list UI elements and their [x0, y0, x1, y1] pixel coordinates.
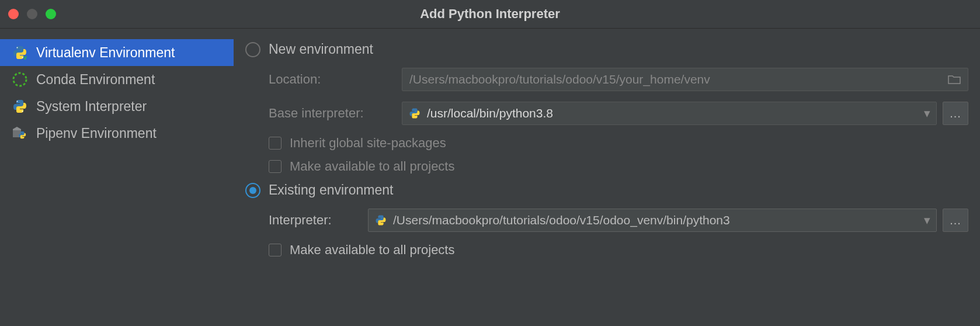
svg-point-4 — [17, 101, 18, 102]
radio-icon — [245, 42, 260, 57]
checkbox-label: Inherit global site-packages — [290, 136, 446, 151]
sidebar-item-conda[interactable]: Conda Environment — [0, 66, 234, 93]
base-interpreter-combo[interactable]: /usr/local/bin/python3.8 ▾ — [402, 102, 937, 125]
sidebar-item-virtualenv[interactable]: V Virtualenv Environment — [0, 39, 234, 66]
svg-point-0 — [17, 47, 18, 48]
close-window-button[interactable] — [8, 9, 19, 19]
interpreter-value: /Users/macbookpro/tutorials/odoo/v15/odo… — [393, 213, 924, 227]
existing-env-form: Interpreter: /Users/macbookpro/tutorials… — [245, 209, 968, 258]
chevron-down-icon: ▾ — [924, 106, 930, 120]
radio-label: Existing environment — [269, 182, 394, 198]
interpreter-combo[interactable]: /Users/macbookpro/tutorials/odoo/v15/odo… — [368, 209, 937, 232]
browse-interpreter-button[interactable]: ... — [943, 209, 968, 232]
base-interpreter-value: /usr/local/bin/python3.8 — [427, 106, 924, 120]
sidebar-item-label: Virtualenv Environment — [36, 45, 175, 61]
radio-label: New environment — [269, 41, 373, 57]
radio-icon — [245, 183, 260, 198]
window-controls — [8, 9, 56, 19]
new-env-form: Location: /Users/macbookpro/tutorials/od… — [245, 68, 968, 174]
make-available-new-checkbox-row[interactable]: Make available to all projects — [269, 159, 968, 174]
radio-existing-environment[interactable]: Existing environment — [245, 182, 968, 198]
svg-point-5 — [22, 111, 23, 112]
maximize-window-button[interactable] — [46, 9, 56, 19]
make-available-existing-checkbox-row[interactable]: Make available to all projects — [269, 242, 968, 258]
checkbox-icon — [269, 137, 282, 150]
checkbox-icon — [269, 244, 282, 256]
svg-point-3 — [13, 73, 26, 86]
dialog-content: V Virtualenv Environment Conda Environme… — [0, 29, 980, 326]
sidebar-item-label: Conda Environment — [36, 72, 155, 88]
radio-new-environment[interactable]: New environment — [245, 41, 968, 57]
browse-base-interpreter-button[interactable]: ... — [943, 102, 968, 125]
python-icon — [374, 214, 387, 227]
conda-icon — [12, 71, 28, 88]
location-label: Location: — [269, 72, 396, 87]
inherit-global-checkbox-row[interactable]: Inherit global site-packages — [269, 136, 968, 151]
checkbox-label: Make available to all projects — [290, 159, 454, 174]
sidebar-item-label: Pipenv Environment — [36, 126, 157, 141]
location-row: Location: /Users/macbookpro/tutorials/od… — [269, 68, 968, 91]
svg-text:V: V — [23, 55, 27, 60]
checkbox-label: Make available to all projects — [290, 242, 454, 258]
location-input[interactable]: /Users/macbookpro/tutorials/odoo/v15/you… — [402, 68, 968, 91]
interpreter-type-sidebar: V Virtualenv Environment Conda Environme… — [0, 29, 234, 326]
main-panel: New environment Location: /Users/macbook… — [234, 29, 980, 326]
window-title: Add Python Interpreter — [0, 6, 980, 22]
chevron-down-icon: ▾ — [924, 213, 930, 227]
minimize-window-button[interactable] — [27, 9, 37, 19]
interpreter-row: Interpreter: /Users/macbookpro/tutorials… — [269, 209, 968, 232]
sidebar-item-system[interactable]: System Interpreter — [0, 93, 234, 120]
python-venv-icon: V — [12, 44, 28, 61]
base-interpreter-label: Base interpreter: — [269, 106, 396, 121]
checkbox-icon — [269, 160, 282, 173]
sidebar-item-pipenv[interactable]: Pipenv Environment — [0, 120, 234, 147]
pipenv-icon — [12, 125, 28, 141]
location-value: /Users/macbookpro/tutorials/odoo/v15/you… — [409, 72, 710, 86]
python-icon — [12, 98, 28, 115]
browse-folder-icon[interactable] — [948, 74, 961, 85]
interpreter-label: Interpreter: — [269, 213, 362, 228]
python-icon — [408, 107, 421, 120]
base-interpreter-row: Base interpreter: /usr/local/bin/python3… — [269, 102, 968, 125]
titlebar: Add Python Interpreter — [0, 0, 980, 29]
sidebar-item-label: System Interpreter — [36, 99, 147, 115]
